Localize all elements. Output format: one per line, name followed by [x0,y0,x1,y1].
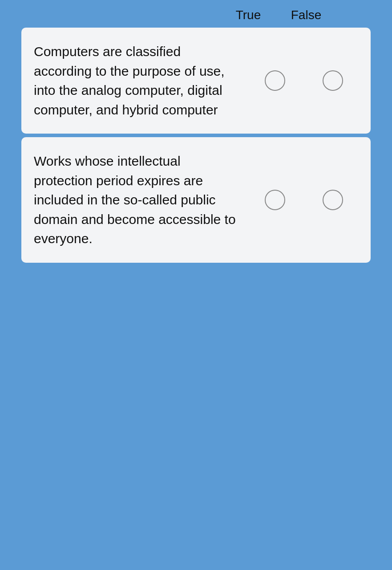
radio-false-1[interactable] [323,70,343,91]
radio-group-1 [246,70,362,91]
question-card-1: Computers are classified according to th… [21,28,371,134]
question-text-1: Computers are classified according to th… [34,42,246,119]
header-true-label: True [219,8,277,22]
header-row: True False [21,0,371,28]
radio-true-2[interactable] [265,190,285,210]
radio-true-option-1[interactable] [246,70,304,91]
radio-false-option-2[interactable] [304,190,362,210]
question-text-2: Works whose intellectual protection peri… [34,151,246,248]
page-container: True False Computers are classified acco… [0,0,392,570]
radio-true-1[interactable] [265,70,285,91]
question-card-2: Works whose intellectual protection peri… [21,137,371,263]
radio-false-option-1[interactable] [304,70,362,91]
radio-group-2 [246,190,362,210]
radio-true-option-2[interactable] [246,190,304,210]
header-false-label: False [277,8,335,22]
radio-false-2[interactable] [323,190,343,210]
